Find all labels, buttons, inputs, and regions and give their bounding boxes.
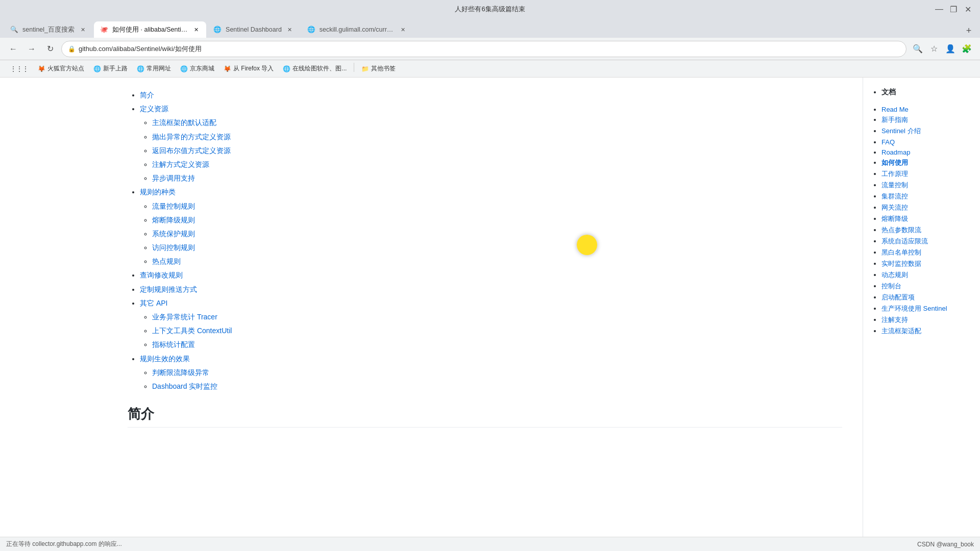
reload-button[interactable]: ↻: [43, 42, 57, 56]
toc-link-shangxiawen[interactable]: 上下文工具类 ContextUtil: [152, 327, 232, 335]
bookmark-icon-btn[interactable]: ☆: [927, 42, 941, 56]
toc-link-fangwen-kongzhi[interactable]: 访问控制规则: [152, 243, 195, 252]
tab-label: 如何使用 · alibaba/Sentinel Wi...: [112, 26, 188, 34]
title-bar-text: 人好些有6集高级篇结束: [455, 5, 525, 14]
bookmark-common[interactable]: 🌐常用网址: [133, 63, 175, 74]
sidebar-link-roadmap[interactable]: Roadmap: [881, 148, 910, 156]
sidebar-link-xinshouzhinan[interactable]: 新手指南: [881, 116, 908, 123]
toc-link-fanhui-buer[interactable]: 返回布尔值方式定义资源: [152, 146, 231, 155]
tab-tab3[interactable]: 🌐 Sentinel Dashboard ✕: [207, 21, 300, 38]
sidebar-link-liuliang-kongzhi2[interactable]: 流量控制: [881, 181, 908, 189]
toc-link-dingyi-ziyuan[interactable]: 定义资源: [140, 105, 168, 113]
sidebar-item-gongzuo-yuanli: 工作原理: [881, 169, 972, 179]
tab-close[interactable]: ✕: [79, 26, 87, 34]
bookmark-newbie[interactable]: 🌐新手上路: [89, 63, 132, 74]
bookmark-icon: 🦊: [224, 65, 231, 72]
toc-item-kuangjia-shiyingpei: 主流框架的默认适配: [152, 116, 842, 129]
sidebar-item-shishi-jiankong: 实时监控数据: [881, 259, 972, 268]
toc-link-kuangjia-shiyingpei[interactable]: 主流框架的默认适配: [152, 118, 216, 127]
sidebar-link-wangguan-liukong[interactable]: 网关流控: [881, 204, 908, 211]
tab-close[interactable]: ✕: [399, 26, 407, 34]
address-bar[interactable]: 🔒 github.com/alibaba/Sentinel/wiki/如何使用: [61, 41, 906, 57]
toc-link-rongduan-jiangji[interactable]: 熔断降级规则: [152, 216, 195, 224]
toc-list: 简介定义资源主流框架的默认适配抛出异常的方式定义资源返回布尔值方式定义资源注解方…: [128, 89, 842, 393]
tab-label: Sentinel Dashboard: [226, 26, 282, 33]
bookmark-firefox-import[interactable]: 🦊从 Firefox 导入: [219, 63, 278, 74]
toc-link-dashboard-jianKong[interactable]: Dashboard 实时监控: [152, 382, 217, 390]
bookmark-jingdong[interactable]: 🌐京东商城: [176, 63, 218, 74]
close-button[interactable]: ✕: [964, 5, 972, 13]
tab-tab4[interactable]: 🌐 seckill.gulimall.com/currentSe... ✕: [301, 21, 413, 38]
bookmark-other[interactable]: 📁其他书签: [357, 63, 400, 74]
sidebar-link-zhujie-zhichi[interactable]: 注解支持: [881, 316, 908, 323]
sidebar-item-dongtai-guize: 动态规则: [881, 270, 972, 280]
sidebar-link-jiqun-liukong[interactable]: 集群流控: [881, 192, 908, 200]
sidebar-link-xitong-zirong[interactable]: 系统自适应限流: [881, 237, 928, 245]
toc-item-dashboard-jianKong: Dashboard 实时监控: [152, 380, 842, 393]
sidebar-link-faq[interactable]: FAQ: [881, 138, 895, 146]
minimize-button[interactable]: —: [935, 5, 943, 13]
toc-link-panduan-xiangji[interactable]: 判断限流降级异常: [152, 368, 209, 377]
extensions-btn[interactable]: 🧩: [960, 42, 974, 56]
search-icon-btn[interactable]: 🔍: [911, 42, 925, 56]
bookmark-icon: 🌐: [93, 65, 101, 72]
toc-item-paochuiyichang: 抛出异常的方式定义资源: [152, 131, 842, 143]
sidebar-link-heibai-mingdan[interactable]: 黑白名单控制: [881, 248, 921, 256]
new-tab-button[interactable]: +: [962, 23, 976, 38]
toc-item-yewu-yichang: 业务异常统计 Tracer: [152, 311, 842, 323]
nav-actions: 🔍 ☆ 👤 🧩: [911, 42, 974, 56]
toc-item-shangxiawen: 上下文工具类 ContextUtil: [152, 324, 842, 337]
profile-btn[interactable]: 👤: [943, 42, 958, 56]
bookmark-apps[interactable]: ⋮⋮⋮: [6, 63, 33, 74]
toc-link-guize-shengxiao[interactable]: 规则生效的效果: [140, 355, 190, 363]
toc-item-fangwen-kongzhi: 访问控制规则: [152, 241, 842, 254]
tab-close[interactable]: ✕: [192, 26, 200, 34]
toc-link-jianjie[interactable]: 简介: [140, 91, 154, 99]
toc-link-yewu-yichang[interactable]: 业务异常统计 Tracer: [152, 313, 217, 321]
sidebar-link-qidong-peizhixiang[interactable]: 启动配置项: [881, 293, 915, 301]
sidebar-list: Read Me新手指南Sentinel 介绍FAQRoadmap如何使用工作原理…: [871, 105, 972, 336]
toc-link-guize-zhonglei[interactable]: 规则的种类: [140, 188, 176, 196]
sidebar-link-shengchan-shiyong[interactable]: 生产环境使用 Sentinel: [881, 305, 947, 312]
toc-link-redian-guize[interactable]: 热点规则: [152, 257, 181, 265]
toc-item-dingyi-ziyuan: 定义资源主流框架的默认适配抛出异常的方式定义资源返回布尔值方式定义资源注解方式定…: [140, 103, 842, 185]
bookmark-label: 从 Firefox 导入: [233, 64, 274, 73]
tab-tab2[interactable]: 🐙 如何使用 · alibaba/Sentinel Wi... ✕: [94, 21, 206, 38]
toc-link-chaxun-xiugai[interactable]: 查询修改规则: [140, 271, 183, 279]
bookmark-huahu[interactable]: 🦊火狐官方站点: [34, 63, 88, 74]
tab-tab1[interactable]: 🔍 sentinel_百度搜索 ✕: [4, 21, 93, 38]
toc-sublist-qita-api: 业务异常统计 Tracer上下文工具类 ContextUtil指标统计配置: [140, 311, 842, 352]
window-controls: — ❐ ✕: [935, 5, 972, 13]
sidebar-link-rongduan-jianji2[interactable]: 熔断降级: [881, 215, 908, 222]
sidebar-item-xitong-zirong: 系统自适应限流: [881, 237, 972, 246]
sidebar-item-wangguan-liukong: 网关流控: [881, 203, 972, 212]
maximize-button[interactable]: ❐: [949, 5, 958, 13]
back-button[interactable]: ←: [6, 42, 20, 56]
sidebar-link-redian-canshuxianliu[interactable]: 热点参数限流: [881, 226, 921, 234]
toc-link-xitong-baohu[interactable]: 系统保护规则: [152, 230, 195, 238]
toc-sublist-guize-zhonglei: 流量控制规则熔断降级规则系统保护规则访问控制规则热点规则: [140, 200, 842, 268]
toc-link-zhujie-fangshi[interactable]: 注解方式定义资源: [152, 160, 209, 168]
sidebar-link-sentinel-jieshao[interactable]: Sentinel 介绍: [881, 127, 921, 135]
toc-link-zhibiao-tongji[interactable]: 指标统计配置: [152, 340, 195, 348]
forward-button[interactable]: →: [24, 42, 39, 56]
sidebar-link-shishi-jiankong[interactable]: 实时监控数据: [881, 260, 921, 267]
toc-link-qita-api[interactable]: 其它 API: [140, 299, 167, 307]
sidebar-link-kongzhi-tai[interactable]: 控制台: [881, 282, 901, 290]
sidebar-link-readme[interactable]: Read Me: [881, 106, 909, 113]
sidebar-link-gongzuo-yuanli[interactable]: 工作原理: [881, 170, 908, 178]
bookmark-separator: [354, 63, 354, 72]
bookmark-drawing[interactable]: 🌐在线绘图软件、图...: [279, 63, 351, 74]
sidebar-link-ruhe-shiyong[interactable]: 如何使用: [881, 159, 908, 166]
status-bar: 正在等待 collector.githubapp.com 的响应... CSDN…: [0, 537, 980, 551]
toc-link-dingzhi-tuisong[interactable]: 定制规则推送方式: [140, 285, 197, 293]
tab-label: seckill.gulimall.com/currentSe...: [320, 26, 395, 33]
toc-link-yibu-diaoyong[interactable]: 异步调用支持: [152, 174, 195, 182]
toc-sublist-dingyi-ziyuan: 主流框架的默认适配抛出异常的方式定义资源返回布尔值方式定义资源注解方式定义资源异…: [140, 116, 842, 185]
sidebar-link-zhuliu-kuangjia[interactable]: 主流框架适配: [881, 327, 921, 335]
sidebar-link-dongtai-guize[interactable]: 动态规则: [881, 271, 908, 279]
tab-close[interactable]: ✕: [286, 26, 294, 34]
sidebar-item-kongzhi-tai: 控制台: [881, 282, 972, 291]
toc-link-liuliang-kongzhi[interactable]: 流量控制规则: [152, 202, 195, 210]
toc-link-paochuiyichang[interactable]: 抛出异常的方式定义资源: [152, 133, 231, 141]
